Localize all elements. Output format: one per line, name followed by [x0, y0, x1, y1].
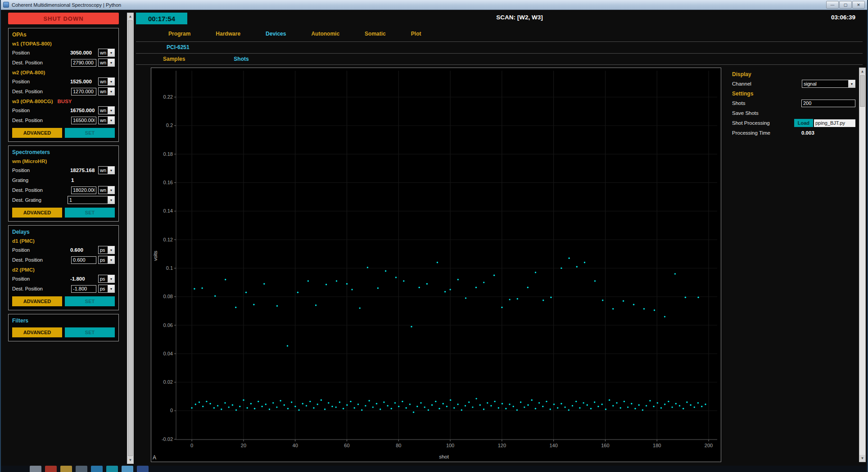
sidebar-scrollbar[interactable]: ▲ ▼	[127, 13, 134, 464]
w2-units-combo[interactable]: wn ▼	[98, 77, 115, 86]
wm-dest-grating-row: Dest. Grating 1 ▼	[12, 195, 115, 205]
svg-text:0.18: 0.18	[163, 151, 173, 157]
chevron-down-icon[interactable]: ▼	[108, 285, 114, 292]
plot-canvas[interactable]: 020406080100120140160180200-0.0200.020.0…	[151, 68, 721, 462]
w2-dest-units-combo[interactable]: wn ▼	[98, 87, 115, 95]
w2-position-row: Position 1525.000 wn ▼	[12, 77, 115, 86]
chevron-down-icon[interactable]: ▼	[108, 59, 114, 66]
opas-advanced-button[interactable]: ADVANCED	[12, 128, 62, 138]
scan-status: SCAN: [W2, W3]	[190, 14, 849, 21]
d1-dest-units-combo[interactable]: ps ▼	[98, 256, 115, 264]
scroll-down-icon[interactable]: ▼	[127, 457, 133, 463]
w1-position-readout: 3050.000	[70, 50, 96, 55]
taskbar-icon-3[interactable]	[60, 466, 72, 472]
scroll-up-icon[interactable]: ▲	[127, 13, 133, 20]
taskbar-icon-8[interactable]	[137, 466, 149, 472]
shutdown-button[interactable]: SHUT DOWN	[8, 13, 119, 24]
shots-input[interactable]	[801, 100, 855, 107]
display-header: Display	[732, 69, 855, 79]
main-scrollbar-thumb[interactable]	[860, 75, 865, 107]
scroll-up-icon[interactable]: ▲	[859, 68, 865, 75]
wm-units-combo[interactable]: wn ▼	[98, 166, 115, 174]
chevron-down-icon[interactable]: ▼	[108, 246, 114, 254]
opas-panel: OPAs w1 (TOPAS-800) Position 3050.000 wn…	[8, 28, 119, 142]
spectrometers-buttons: ADVANCED SET	[12, 208, 115, 218]
sidebar-scrollbar-thumb[interactable]	[128, 20, 133, 456]
w1-units-combo[interactable]: wn ▼	[98, 49, 115, 57]
d2-dest-units-combo[interactable]: ps ▼	[98, 285, 115, 293]
tab-program[interactable]: Program	[168, 31, 190, 37]
wm-dest-grating-combo[interactable]: 1 ▼	[68, 196, 115, 204]
units-value: ps	[99, 246, 108, 254]
maximize-icon[interactable]: ▢	[839, 1, 852, 9]
shots-row: Shots	[732, 98, 855, 108]
delays-advanced-button[interactable]: ADVANCED	[12, 296, 62, 306]
tab-somatic[interactable]: Somatic	[365, 31, 386, 37]
shots-plot[interactable]: 020406080100120140160180200-0.0200.020.0…	[151, 68, 721, 462]
delays-header: Delays	[12, 228, 115, 236]
w3-dest-position-input[interactable]	[71, 117, 96, 124]
channel-combo[interactable]: signal ▼	[802, 80, 855, 88]
units-value: wn	[99, 49, 108, 56]
chevron-down-icon[interactable]: ▼	[848, 80, 855, 87]
scroll-down-icon[interactable]: ▼	[859, 455, 865, 462]
filters-set-button[interactable]: SET	[65, 327, 115, 337]
tab-shots[interactable]: Shots	[234, 56, 249, 62]
spectrometers-set-button[interactable]: SET	[65, 208, 115, 218]
w3-dest-units-combo[interactable]: wn ▼	[98, 116, 115, 124]
chevron-down-icon[interactable]: ▼	[108, 117, 114, 124]
main-scrollbar[interactable]: ▲ ▼	[859, 68, 866, 462]
clock: 03:06:39	[831, 14, 855, 21]
minimize-icon[interactable]: —	[826, 1, 839, 9]
w1-dest-units-combo[interactable]: wn ▼	[98, 59, 115, 67]
chevron-down-icon[interactable]: ▼	[108, 78, 114, 85]
d1-units-combo[interactable]: ps ▼	[98, 246, 115, 254]
opas-set-button[interactable]: SET	[65, 128, 115, 138]
close-icon[interactable]: ✕	[852, 1, 865, 9]
dest-position-label: Dest. Position	[12, 118, 71, 123]
chevron-down-icon[interactable]: ▼	[108, 49, 114, 56]
processing-file-field[interactable]: pping_BJT.py	[814, 119, 855, 127]
separator	[136, 64, 863, 65]
w2-name: w2 (OPA-800)	[12, 70, 45, 75]
dest-grating-value: 1	[68, 196, 108, 204]
filters-advanced-button[interactable]: ADVANCED	[12, 327, 62, 337]
d1-dest-position-input[interactable]	[71, 256, 96, 264]
taskbar-icon-6[interactable]	[106, 466, 118, 472]
svg-text:120: 120	[498, 443, 506, 448]
d2-units-combo[interactable]: ps ▼	[98, 275, 115, 283]
wm-dest-units-combo[interactable]: wn ▼	[98, 186, 115, 194]
autorange-button[interactable]: A	[153, 454, 156, 461]
spectrometers-advanced-button[interactable]: ADVANCED	[12, 208, 62, 218]
tab-pci-6251[interactable]: PCI-6251	[167, 44, 190, 50]
taskbar-icon-5[interactable]	[91, 466, 103, 472]
taskbar-icon-1[interactable]	[30, 466, 41, 472]
tab-autonomic[interactable]: Autonomic	[311, 31, 339, 37]
tab-plot[interactable]: Plot	[411, 31, 421, 37]
tab-devices[interactable]: Devices	[266, 31, 286, 37]
chevron-down-icon[interactable]: ▼	[108, 107, 114, 114]
position-label: Position	[12, 247, 70, 253]
chevron-down-icon[interactable]: ▼	[108, 256, 114, 263]
chevron-down-icon[interactable]: ▼	[108, 186, 114, 194]
taskbar-icon-4[interactable]	[76, 466, 87, 472]
tab-hardware[interactable]: Hardware	[216, 31, 240, 37]
d2-dest-position-input[interactable]	[71, 285, 96, 293]
spectrometers-panel: Spectrometers wm (MicroHR) Position 1827…	[8, 145, 119, 222]
w2-dest-position-input[interactable]	[71, 88, 96, 95]
tab-samples[interactable]: Samples	[163, 56, 185, 62]
taskbar	[1, 466, 867, 472]
w3-units-combo[interactable]: wn ▼	[98, 106, 115, 114]
taskbar-icon-2[interactable]	[45, 466, 57, 472]
units-value: ps	[99, 275, 108, 282]
delays-set-button[interactable]: SET	[65, 296, 115, 306]
w3-dest-row: Dest. Position wn ▼	[12, 115, 115, 125]
chevron-down-icon[interactable]: ▼	[108, 167, 114, 174]
taskbar-icon-7[interactable]	[122, 466, 133, 472]
chevron-down-icon[interactable]: ▼	[108, 88, 114, 95]
chevron-down-icon[interactable]: ▼	[108, 275, 114, 282]
w1-dest-position-input[interactable]	[71, 59, 96, 67]
load-script-button[interactable]: Load	[794, 119, 813, 127]
chevron-down-icon[interactable]: ▼	[108, 196, 114, 204]
wm-dest-position-input[interactable]	[71, 186, 96, 194]
